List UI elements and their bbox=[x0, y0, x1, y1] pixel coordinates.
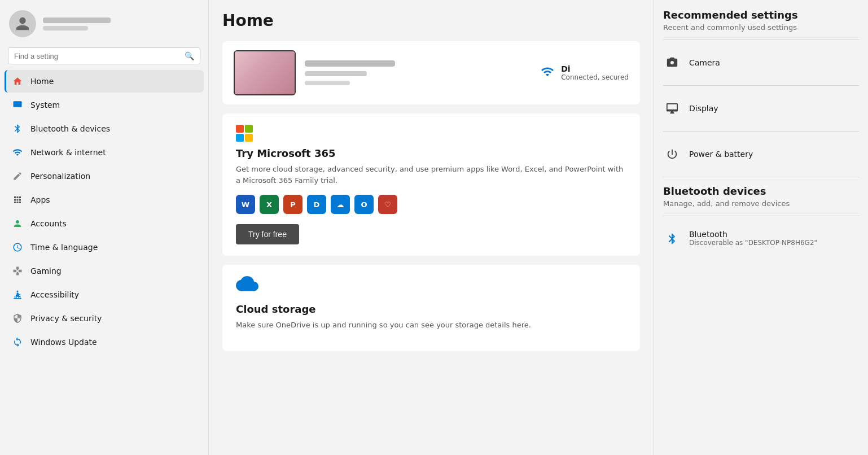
privacy-icon bbox=[11, 312, 24, 325]
cloud-icon bbox=[236, 276, 626, 298]
outlook-icon: O bbox=[354, 195, 374, 214]
sidebar-item-network[interactable]: Network & internet bbox=[5, 141, 204, 164]
gaming-icon bbox=[11, 265, 24, 277]
wifi-name: Di bbox=[561, 64, 629, 73]
bluetooth-icon bbox=[11, 123, 24, 135]
user-info bbox=[43, 18, 111, 30]
ms-square-green bbox=[245, 125, 253, 133]
sidebar-item-bluetooth-label: Bluetooth & devices bbox=[30, 124, 110, 133]
user-meta-bar2 bbox=[305, 71, 367, 76]
user-meta bbox=[305, 60, 395, 85]
main-content: Home Di Connected, secured bbox=[209, 0, 654, 455]
avatar bbox=[9, 10, 36, 37]
divider-3 bbox=[663, 131, 859, 132]
user-icon bbox=[15, 16, 30, 32]
right-panel: Recommended settings Recent and commonly… bbox=[654, 0, 868, 455]
svg-rect-0 bbox=[14, 101, 22, 107]
accessibility-icon bbox=[11, 288, 24, 301]
sidebar-item-apps[interactable]: Apps bbox=[5, 189, 204, 211]
cloud-title: Cloud storage bbox=[236, 303, 626, 315]
health-icon: ♡ bbox=[378, 195, 397, 214]
sidebar-item-system-label: System bbox=[30, 100, 60, 110]
sidebar-item-home[interactable]: Home bbox=[5, 70, 204, 93]
sidebar-item-apps-label: Apps bbox=[30, 195, 50, 204]
sidebar-item-time-label: Time & language bbox=[30, 243, 98, 252]
ms365-logo bbox=[236, 125, 626, 142]
sidebar-item-privacy-label: Privacy & security bbox=[30, 314, 102, 323]
wifi-info-section[interactable]: Di Connected, secured bbox=[540, 64, 629, 81]
sidebar-item-home-label: Home bbox=[30, 77, 54, 86]
user-name-placeholder bbox=[43, 18, 111, 23]
user-meta-bar3 bbox=[305, 81, 350, 85]
sidebar-item-gaming-label: Gaming bbox=[30, 266, 62, 275]
ms-square-yellow bbox=[245, 134, 253, 142]
sidebar-item-accounts[interactable]: Accounts bbox=[5, 212, 204, 235]
user-photo bbox=[234, 50, 296, 95]
cloud-desc: Make sure OneDrive is up and running so … bbox=[236, 320, 626, 331]
right-item-display[interactable]: Display bbox=[663, 94, 859, 123]
sidebar-user[interactable] bbox=[0, 0, 208, 45]
system-icon bbox=[11, 99, 24, 111]
camera-label: Camera bbox=[689, 58, 720, 67]
svg-point-1 bbox=[17, 291, 19, 292]
ms365-title: Try Microsoft 365 bbox=[236, 147, 626, 159]
wifi-info: Di Connected, secured bbox=[561, 64, 629, 81]
sidebar-item-accessibility[interactable]: Accessibility bbox=[5, 283, 204, 306]
sidebar-nav: Home System Bluetooth & devices Network … bbox=[0, 70, 208, 353]
home-icon bbox=[11, 75, 24, 88]
power-label: Power & battery bbox=[689, 150, 753, 159]
network-icon bbox=[11, 146, 24, 159]
sidebar-item-accessibility-label: Accessibility bbox=[30, 290, 79, 299]
divider-5 bbox=[663, 216, 859, 216]
ms-square-blue bbox=[236, 134, 244, 142]
try-for-free-button[interactable]: Try for free bbox=[236, 224, 299, 244]
right-item-power[interactable]: Power & battery bbox=[663, 139, 859, 169]
sidebar-item-personalization[interactable]: Personalization bbox=[5, 165, 204, 187]
time-icon bbox=[11, 241, 24, 253]
bluetooth-device-info: Bluetooth Discoverable as "DESKTOP-NP8H6… bbox=[689, 230, 817, 247]
power-icon bbox=[663, 145, 681, 163]
divider-2 bbox=[663, 85, 859, 86]
ms-square-red bbox=[236, 125, 244, 133]
display-icon bbox=[663, 99, 681, 117]
search-input[interactable] bbox=[14, 52, 180, 60]
user-photo-inner bbox=[235, 51, 295, 94]
onedrive-icon: ☁ bbox=[331, 195, 350, 214]
bluetooth-device-icon bbox=[663, 230, 681, 248]
user-top-card: Di Connected, secured bbox=[222, 41, 640, 104]
sidebar: 🔍 Home System Bluetooth & devices bbox=[0, 0, 209, 455]
sidebar-item-windows-update[interactable]: Windows Update ← bbox=[5, 331, 204, 353]
apps-icon bbox=[11, 194, 24, 206]
camera-icon bbox=[663, 54, 681, 72]
recommended-section: Recommended settings Recent and commonly… bbox=[663, 9, 859, 32]
defender-icon: D bbox=[307, 195, 326, 214]
bluetooth-item[interactable]: Bluetooth Discoverable as "DESKTOP-NP8H6… bbox=[663, 224, 859, 253]
sidebar-item-system[interactable]: System bbox=[5, 94, 204, 116]
recommended-sub: Recent and commonly used settings bbox=[663, 23, 859, 32]
sidebar-item-time[interactable]: Time & language bbox=[5, 236, 204, 259]
user-sub-placeholder bbox=[43, 26, 88, 30]
sidebar-item-gaming[interactable]: Gaming bbox=[5, 260, 204, 282]
page-title: Home bbox=[222, 11, 640, 30]
sidebar-item-network-label: Network & internet bbox=[30, 148, 106, 157]
update-icon bbox=[11, 336, 24, 348]
word-icon: W bbox=[236, 195, 255, 214]
wifi-icon bbox=[540, 65, 555, 81]
sidebar-item-bluetooth[interactable]: Bluetooth & devices bbox=[5, 117, 204, 140]
display-label: Display bbox=[689, 104, 718, 113]
ms-grid bbox=[236, 125, 253, 142]
personalization-icon bbox=[11, 170, 24, 182]
divider-4 bbox=[663, 177, 859, 177]
cloud-storage-card: Cloud storage Make sure OneDrive is up a… bbox=[222, 265, 640, 351]
bluetooth-device-desc: Discoverable as "DESKTOP-NP8H6G2" bbox=[689, 239, 817, 247]
excel-icon: X bbox=[260, 195, 279, 214]
bluetooth-devices-title: Bluetooth devices bbox=[663, 185, 859, 197]
search-box[interactable]: 🔍 bbox=[8, 47, 200, 64]
sidebar-item-privacy[interactable]: Privacy & security bbox=[5, 307, 204, 330]
ms365-desc: Get more cloud storage, advanced securit… bbox=[236, 164, 626, 186]
right-item-camera[interactable]: Camera bbox=[663, 48, 859, 77]
sidebar-item-windows-update-label: Windows Update bbox=[30, 338, 97, 347]
recommended-title: Recommended settings bbox=[663, 9, 859, 21]
ms-app-icons: W X P D ☁ O ♡ bbox=[236, 195, 626, 214]
bluetooth-devices-sub: Manage, add, and remove devices bbox=[663, 199, 859, 208]
